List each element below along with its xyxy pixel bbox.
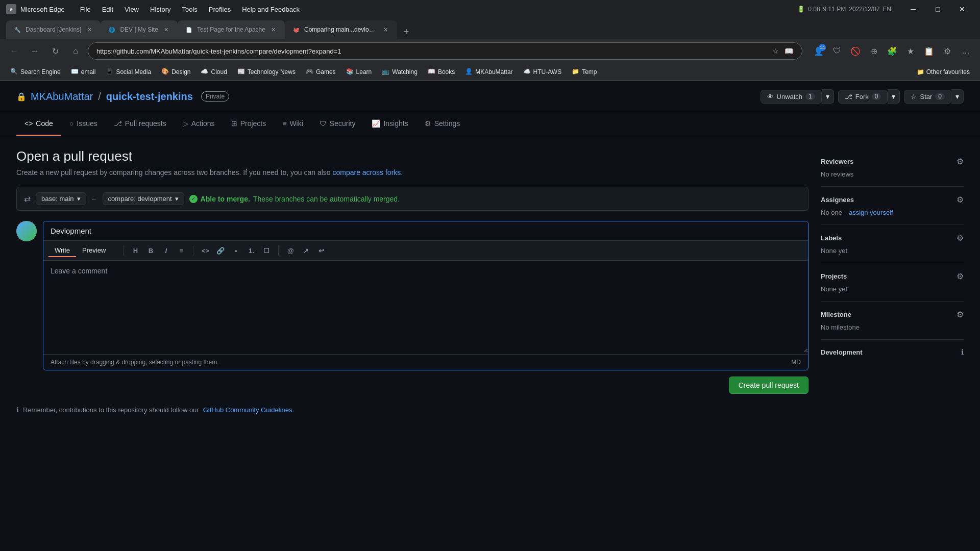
bookmark-design[interactable]: 🎨 Design: [157, 66, 194, 78]
fork-icon: ⎇: [845, 93, 852, 101]
mention-button[interactable]: @: [284, 244, 297, 257]
watch-dropdown[interactable]: ▾: [822, 89, 834, 104]
bookmark-temp[interactable]: 📁 Temp: [568, 66, 601, 78]
star-action-btn[interactable]: ★: [902, 43, 919, 59]
nav-projects[interactable]: ⊞ Projects: [223, 112, 275, 136]
htu-aws-icon: ☁️: [523, 68, 531, 76]
favorites-icon[interactable]: ☆: [770, 46, 780, 56]
bookmark-books[interactable]: 📖 Books: [424, 66, 459, 78]
tab-close-apache[interactable]: ✕: [270, 26, 278, 34]
community-guidelines-link[interactable]: GitHub Community Guidelines.: [203, 406, 294, 414]
shield-icon[interactable]: 🛡: [829, 43, 845, 59]
base-branch-button[interactable]: base: main ▾: [36, 192, 86, 205]
preview-tab[interactable]: Preview: [76, 244, 112, 257]
nav-actions[interactable]: ▷ Actions: [175, 112, 223, 136]
forward-button[interactable]: →: [27, 43, 43, 59]
close-button[interactable]: ✕: [950, 1, 974, 17]
home-button[interactable]: ⌂: [67, 43, 84, 59]
menu-view[interactable]: View: [119, 4, 144, 15]
compare-branch-button[interactable]: compare: devlopment ▾: [103, 192, 184, 205]
menu-help[interactable]: Help and Feedback: [237, 4, 305, 15]
tab-github[interactable]: 🐙 Comparing main...devlopment ✕: [285, 20, 397, 39]
bookmark-mkabumattar[interactable]: 👤 MKAbuMattar: [461, 66, 517, 78]
repo-name[interactable]: quick-test-jenkins: [106, 91, 193, 103]
nav-wiki[interactable]: ≡ Wiki: [274, 112, 311, 136]
ordered-list-button[interactable]: ≡: [175, 244, 188, 257]
tab-close-github[interactable]: ✕: [382, 26, 390, 34]
collection-icon[interactable]: 📋: [921, 43, 937, 59]
compare-forks-link[interactable]: compare across forks.: [332, 168, 403, 177]
undo-button[interactable]: ↩: [314, 244, 328, 257]
nav-security[interactable]: 🛡 Security: [311, 112, 364, 136]
assignees-gear-button[interactable]: ⚙: [957, 195, 964, 205]
nav-insights[interactable]: 📈 Insights: [363, 112, 416, 136]
more-button[interactable]: …: [958, 43, 974, 59]
create-pr-button[interactable]: Create pull request: [729, 377, 808, 394]
menu-history[interactable]: History: [145, 4, 176, 15]
menu-file[interactable]: File: [75, 4, 96, 15]
star-button[interactable]: ☆ Star 0: [904, 90, 951, 104]
settings-action-btn[interactable]: ⚙: [939, 43, 955, 59]
new-tab-button[interactable]: +: [399, 24, 413, 39]
bookmark-social[interactable]: 📱 Social Media: [102, 66, 155, 78]
puzzle-icon[interactable]: 🧩: [884, 43, 900, 59]
bookmark-watching[interactable]: 📺 Watching: [378, 66, 422, 78]
minimize-button[interactable]: ─: [901, 1, 925, 17]
assign-yourself-link[interactable]: assign yourself: [849, 209, 893, 216]
link-button[interactable]: 🔗: [214, 244, 227, 257]
back-button[interactable]: ←: [6, 43, 22, 59]
development-info-icon[interactable]: ℹ: [961, 348, 964, 356]
reading-mode-icon[interactable]: 📖: [783, 46, 794, 56]
projects-title: Projects: [821, 272, 847, 280]
nav-pullrequests[interactable]: ⎇ Pull requests: [106, 112, 175, 136]
block-icon[interactable]: 🚫: [847, 43, 864, 59]
nav-code[interactable]: <> Code: [16, 112, 61, 136]
milestone-gear-button[interactable]: ⚙: [957, 310, 964, 319]
crossref-button[interactable]: ↗: [299, 244, 312, 257]
tab-close-devsite[interactable]: ✕: [162, 26, 170, 34]
code-button[interactable]: <>: [199, 244, 212, 257]
unordered-list-button[interactable]: •: [229, 244, 242, 257]
projects-gear-button[interactable]: ⚙: [957, 271, 964, 281]
menu-edit[interactable]: Edit: [97, 4, 118, 15]
edge-icon: e: [6, 4, 16, 14]
other-favourites[interactable]: 📁 Other favourites: [913, 67, 974, 77]
labels-gear-button[interactable]: ⚙: [957, 233, 964, 243]
comment-textarea[interactable]: [43, 261, 808, 353]
write-tab[interactable]: Write: [48, 244, 76, 257]
fork-dropdown[interactable]: ▾: [888, 89, 900, 104]
heading-button[interactable]: H: [129, 244, 142, 257]
bookmark-learn[interactable]: 📚 Learn: [342, 66, 376, 78]
nav-settings[interactable]: ⚙ Settings: [416, 112, 469, 136]
maximize-button[interactable]: □: [926, 1, 949, 17]
repo-owner[interactable]: MKAbuMattar: [31, 91, 93, 103]
tab-jenkins[interactable]: 🔧 Dashboard [Jenkins] ✕: [6, 20, 101, 39]
refresh-button[interactable]: ↻: [47, 43, 63, 59]
bookmark-htu-aws[interactable]: ☁️ HTU-AWS: [519, 66, 566, 78]
bold-button[interactable]: B: [144, 244, 157, 257]
fork-button[interactable]: ⎇ Fork 0: [838, 90, 888, 104]
bookmark-email[interactable]: ✉️ email: [67, 66, 100, 78]
italic-button[interactable]: I: [159, 244, 173, 257]
code-icon: <>: [24, 119, 33, 128]
numbered-list-button[interactable]: 1.: [244, 244, 258, 257]
pr-title-input[interactable]: [43, 221, 808, 241]
tasklist-button[interactable]: ☐: [260, 244, 273, 257]
sidebar-labels: Labels ⚙ None yet: [821, 225, 964, 263]
tab-close-jenkins[interactable]: ✕: [85, 26, 93, 34]
tab-apache[interactable]: 📄 Test Page for the Apache ✕: [178, 20, 285, 39]
edge-action-btn[interactable]: ⊕: [866, 43, 882, 59]
menu-tools[interactable]: Tools: [177, 4, 202, 15]
reviewers-gear-button[interactable]: ⚙: [957, 157, 964, 166]
bookmark-tech-news[interactable]: 📰 Technology News: [233, 66, 300, 78]
url-bar[interactable]: https://github.com/MKAbuMattar/quick-tes…: [88, 42, 802, 60]
tab-devsite[interactable]: 🌐 DEV | My Site ✕: [101, 20, 177, 39]
bookmark-search-engine[interactable]: 🔍 Search Engine: [6, 66, 65, 78]
bookmark-cloud[interactable]: ☁️ Cloud: [197, 66, 231, 78]
menu-profiles[interactable]: Profiles: [204, 4, 236, 15]
bookmark-games[interactable]: 🎮 Games: [302, 66, 340, 78]
extensions-badge-button[interactable]: 👤 14: [811, 43, 827, 59]
nav-issues[interactable]: ○ Issues: [61, 112, 106, 136]
star-dropdown[interactable]: ▾: [951, 89, 964, 104]
watch-button[interactable]: 👁 Unwatch 1: [761, 90, 822, 104]
